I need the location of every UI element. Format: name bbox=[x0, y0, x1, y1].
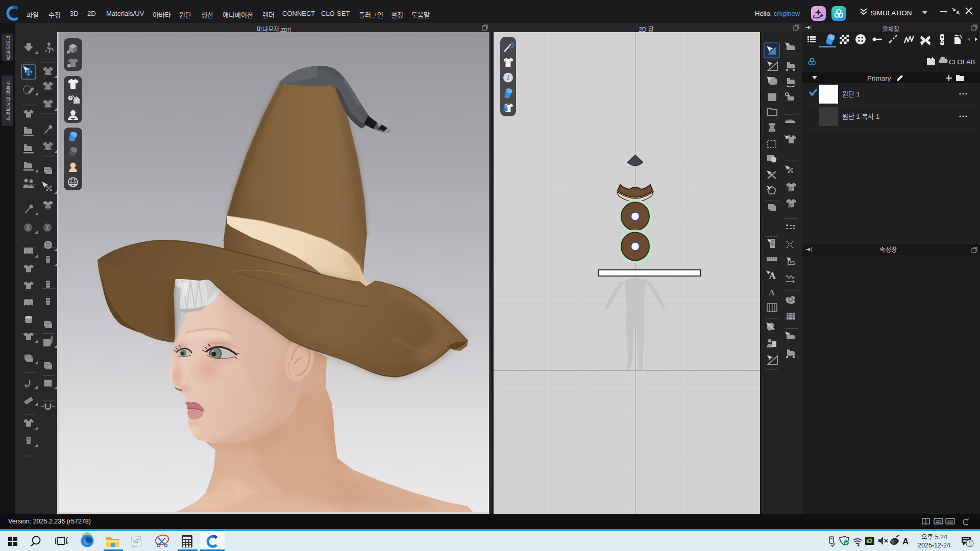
svg-text:CLOFAB: CLOFAB bbox=[949, 58, 975, 66]
svg-text:원단 1 복사 1: 원단 1 복사 1 bbox=[842, 113, 879, 120]
svg-text:A: A bbox=[769, 288, 775, 297]
svg-text:2D: 2D bbox=[936, 519, 941, 524]
svg-text:속성창: 속성창 bbox=[879, 246, 897, 254]
svg-text:2D: 2D bbox=[947, 519, 953, 524]
svg-text:2025-12-24: 2025-12-24 bbox=[918, 542, 950, 549]
svg-text:i: i bbox=[507, 74, 509, 82]
svg-text:A: A bbox=[902, 537, 909, 546]
svg-text:원단 1: 원단 1 bbox=[842, 90, 860, 98]
svg-text:오후 5:24: 오후 5:24 bbox=[921, 534, 947, 541]
svg-text:Primary: Primary bbox=[867, 74, 891, 82]
svg-text:1: 1 bbox=[968, 540, 971, 546]
